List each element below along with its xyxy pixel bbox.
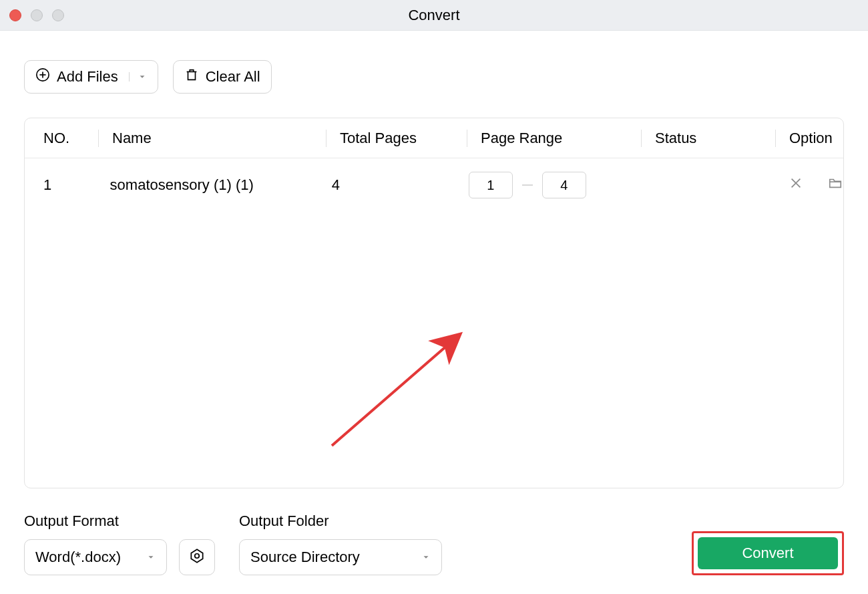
output-folder-value: Source Directory xyxy=(250,549,360,566)
header-status: Status xyxy=(655,130,775,147)
settings-button[interactable] xyxy=(179,539,215,575)
svg-marker-7 xyxy=(191,549,202,563)
add-files-button[interactable]: Add Files xyxy=(24,60,158,94)
header-divider xyxy=(641,130,642,147)
titlebar: Convert xyxy=(0,0,868,31)
chevron-down-icon xyxy=(421,549,431,566)
chevron-down-icon xyxy=(146,549,156,566)
clear-all-label: Clear All xyxy=(206,68,260,86)
main-content: Add Files Clear All NO. Name Total Pages… xyxy=(0,60,868,575)
output-format-select[interactable]: Word(*.docx) xyxy=(24,539,167,575)
table-header: NO. Name Total Pages Page Range Status O… xyxy=(25,118,843,158)
header-divider xyxy=(775,130,776,147)
trash-icon xyxy=(184,67,199,86)
convert-button[interactable]: Convert xyxy=(698,537,838,569)
window-controls xyxy=(9,9,64,21)
annotation-arrow-icon xyxy=(329,329,475,456)
output-format-value: Word(*.docx) xyxy=(35,549,121,566)
cell-range xyxy=(469,172,625,198)
convert-highlight: Convert xyxy=(692,531,844,575)
range-dash-icon xyxy=(522,184,533,186)
bottom-bar: Output Format Word(*.docx) xyxy=(24,512,844,575)
header-name: Name xyxy=(112,130,326,147)
folder-icon[interactable] xyxy=(827,176,843,194)
add-files-label: Add Files xyxy=(57,68,118,86)
cell-no: 1 xyxy=(25,176,97,194)
cell-name: somatosensory (1) (1) xyxy=(110,176,319,194)
gear-icon xyxy=(188,547,206,567)
range-to-input[interactable] xyxy=(542,172,586,198)
close-icon[interactable] xyxy=(9,9,21,21)
header-option: Option xyxy=(789,130,843,147)
cell-option xyxy=(769,176,843,194)
plus-circle-icon xyxy=(35,67,50,86)
svg-line-6 xyxy=(332,335,459,446)
clear-all-button[interactable]: Clear All xyxy=(173,60,272,94)
file-table: NO. Name Total Pages Page Range Status O… xyxy=(24,118,844,488)
header-no: NO. xyxy=(25,130,98,147)
header-range: Page Range xyxy=(481,130,641,147)
header-total: Total Pages xyxy=(340,130,467,147)
cell-total: 4 xyxy=(332,176,456,194)
svg-point-8 xyxy=(195,554,200,559)
range-from-input[interactable] xyxy=(469,172,513,198)
output-folder-select[interactable]: Source Directory xyxy=(239,539,442,575)
output-folder-group: Output Folder Source Directory xyxy=(239,512,442,575)
output-format-group: Output Format Word(*.docx) xyxy=(24,512,215,575)
output-format-label: Output Format xyxy=(24,512,215,530)
chevron-down-icon xyxy=(129,72,147,82)
output-folder-label: Output Folder xyxy=(239,512,442,530)
header-divider xyxy=(467,130,467,147)
table-row: 1 somatosensory (1) (1) 4 xyxy=(25,158,843,212)
toolbar: Add Files Clear All xyxy=(24,60,844,94)
remove-icon[interactable] xyxy=(789,176,803,194)
header-divider xyxy=(98,130,99,147)
window-title: Convert xyxy=(408,7,459,24)
maximize-icon[interactable] xyxy=(52,9,64,21)
header-divider xyxy=(326,130,327,147)
minimize-icon[interactable] xyxy=(31,9,43,21)
